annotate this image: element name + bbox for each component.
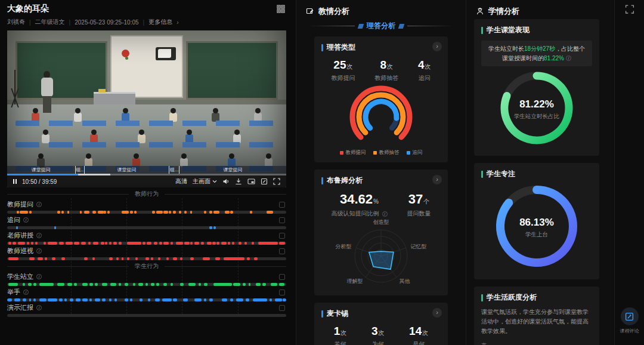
track-bar [7,242,286,245]
video-time: 10:50 / 39:59 [22,178,57,185]
learning-analysis-panel: 学情分析 学生课堂表现 学生站立时长18分钟27秒，占比整个课堂授课时间的81.… [466,0,614,345]
info-icon[interactable]: i [23,289,29,295]
learning-panel-title: 学情分析 [488,6,519,17]
track-label: 老师讲授 [7,231,33,240]
video-segment[interactable]: 课堂提问 [7,166,76,174]
lesson-meta: 刘祺奇 | 二年级语文 | 2025-05-23 09:25-10:05 | 更… [7,18,296,26]
bloom-radar-chart: 创造型记忆型其他理解型分析型 [321,219,441,289]
info-icon[interactable]: i [36,274,42,279]
grid-view-icon[interactable] [277,5,285,16]
svg-text:分析型: 分析型 [336,244,352,249]
stat: 4次追问 [418,58,431,82]
projector-screen [110,35,183,98]
divider: | [69,19,71,26]
track-bar [7,226,286,229]
card-title: 学生活跃度分析 [481,292,592,303]
info-icon[interactable]: i [566,56,571,61]
timeline-track-row: 教师巡视i [7,247,286,260]
card-title: 麦卡锡 [321,309,441,319]
track-checkbox[interactable] [279,289,285,295]
classroom-performance-card: 学生课堂表现 学生站立时长18分钟27秒，占比整个课堂授课时间的81.22%i … [474,19,599,156]
bloom-analysis-card: 布鲁姆分析 › 34.62%高级认知提问比例i37个提问数量 创造型记忆型其他理… [314,170,448,295]
track-checkbox[interactable] [279,248,285,254]
info-icon[interactable]: i [36,202,42,207]
activity-bar-chart: 高 [481,342,592,345]
pip-icon[interactable] [247,178,255,185]
card-detail-button[interactable]: › [432,308,442,318]
video-segment[interactable]: 组.. [76,166,85,174]
track-checkbox[interactable] [279,202,285,208]
download-icon[interactable] [235,178,242,185]
track-checkbox[interactable] [279,274,285,280]
video-segment[interactable]: 课堂提问 [179,166,286,174]
pause-button[interactable] [13,179,17,184]
more-info-link[interactable]: 更多信息 [148,18,172,26]
video-player[interactable]: 课堂提问组..课堂提问组...课堂提问 10:50 / 39:59 高清 主画面 [7,30,286,187]
stat: 25次教师提问 [331,58,355,82]
fullscreen-icon[interactable] [273,178,280,185]
card-detail-button[interactable]: › [432,42,442,51]
teaching-analysis-panel: 教情分析 理答分析 理答类型 › 25次教师提问8次教师抽答4次追问 教师提问教… [296,0,466,345]
video-controls: 10:50 / 39:59 高清 主画面 [7,175,286,187]
mccarthy-stats: 1次若何3次为何14次是何 [321,325,441,345]
svg-text:记忆型: 记忆型 [410,244,427,249]
card-detail-button[interactable]: › [432,175,442,184]
camera-tripod [14,70,16,104]
card-title: 理答类型 [321,42,441,53]
legend-item: 教师抽答 [373,149,400,156]
teacher-desk [94,92,135,104]
divider: | [29,19,31,26]
header-row: 大象的耳朵 [7,4,296,14]
video-segment[interactable]: 组... [169,166,179,174]
teacher-behavior-section: 教师行为 [7,190,286,198]
mccarthy-card: 麦卡锡 › 1次若何3次为何14次是何 若何 [314,303,448,345]
quality-button[interactable]: 高清 [175,177,187,186]
focus-donut-chart: 86.13% 学生上台 [481,181,592,273]
track-checkbox[interactable] [279,305,285,311]
volume-icon[interactable] [222,178,230,185]
behavior-timeline: 教师行为 教师提问i追问i老师讲授i教师巡视i 学生行为 学生站立i举手i演示汇… [7,190,286,317]
stat: 37个提问数量 [407,192,431,218]
classroom-video-frame [7,30,286,187]
track-label: 教师提问 [7,200,33,209]
notes-icon[interactable] [261,178,268,185]
tab-response-analysis[interactable]: 理答分析 [308,21,454,31]
track-label: 教师巡视 [7,247,33,255]
svg-text:其他: 其他 [400,278,410,284]
view-select[interactable]: 主画面 [193,177,217,186]
track-checkbox[interactable] [279,233,285,239]
video-segment[interactable]: 课堂提问 [85,166,170,174]
side-rail: 课程评论 [614,0,644,345]
student-behavior-section: 学生行为 [7,262,286,270]
timeline-track-row: 演示汇报i [7,303,286,317]
track-checkbox[interactable] [279,217,285,223]
course-comment-button[interactable]: 课程评论 [620,307,639,334]
info-icon[interactable]: i [23,217,29,223]
track-bar [7,283,286,286]
track-bar [7,211,286,214]
info-icon[interactable]: i [36,233,42,238]
info-icon[interactable]: i [36,305,42,310]
student-row [16,109,281,126]
svg-text:创造型: 创造型 [373,219,389,225]
timeline-track-row: 举手i [7,288,286,301]
info-icon[interactable]: i [36,248,42,254]
comment-edit-icon [621,307,639,325]
chalkboard-left [16,41,107,99]
timeline-track-row: 追问i [7,215,286,229]
stat: 34.62%高级认知提问比例i [332,192,388,218]
response-type-card: 理答类型 › 25次教师提问8次教师抽答4次追问 教师提问教师抽答追问 [314,36,448,162]
subject-label: 二年级语文 [35,18,65,26]
standing-donut-chart: 81.22% 学生站立时长占比 [481,69,592,150]
divider: | [143,19,145,26]
teacher-name: 刘祺奇 [7,18,25,26]
standing-duration-note: 学生站立时长18分钟27秒，占比整个课堂授课时间的81.22%i [481,41,592,66]
expand-fullscreen-icon[interactable] [625,5,634,16]
track-label: 演示汇报 [7,303,33,312]
info-icon[interactable]: i [382,211,388,217]
classroom-analytics-app: 大象的耳朵 刘祺奇 | 二年级语文 | 2025-05-23 09:25-10:… [0,0,644,345]
track-bar [7,314,286,317]
teacher-figure [41,71,54,114]
student-activity-card: 学生活跃度分析 课堂气氛活跃，学生充分参与到课堂教学活动中，创造好的课堂活跃气氛… [474,287,599,345]
response-stats: 25次教师提问8次教师抽答4次追问 [321,58,441,82]
